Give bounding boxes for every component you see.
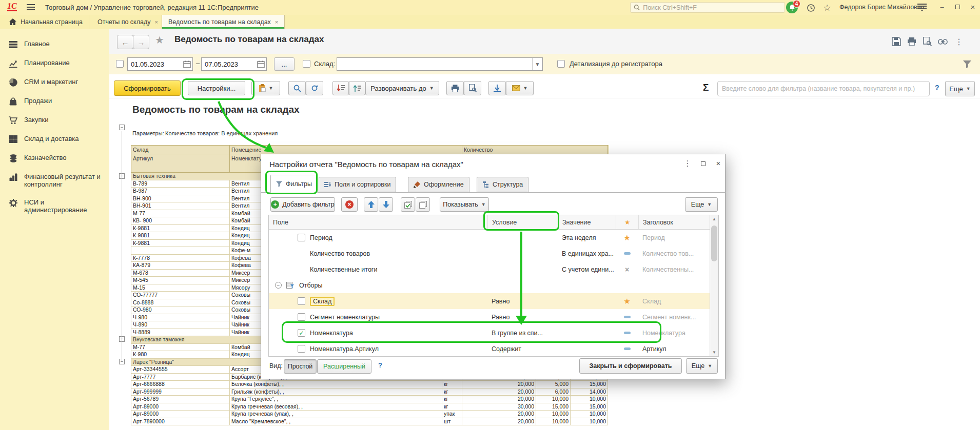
view-simple-button[interactable]: Простой <box>284 359 317 374</box>
row-checkbox[interactable]: ✓ <box>298 329 305 337</box>
notifications-button[interactable]: 4 <box>786 1 800 14</box>
history-icon[interactable] <box>806 3 816 13</box>
sidebar-item-glavnoe[interactable]: Главное <box>0 35 109 54</box>
report-item-row[interactable]: Арт-89000Крупа гречневая (весовая), ,кг3… <box>131 403 609 411</box>
detail-checkbox[interactable] <box>557 60 565 68</box>
filter-row[interactable]: ПериодЭта неделя★Период <box>269 230 718 245</box>
close-and-generate-button[interactable]: Закрыть и сформировать <box>579 358 682 374</box>
main-menu-icon[interactable] <box>27 4 35 10</box>
star-flag-icon[interactable]: ★ <box>623 297 630 306</box>
row-checkbox[interactable] <box>298 313 305 321</box>
export-button[interactable] <box>488 81 506 95</box>
restore-button[interactable] <box>952 3 963 12</box>
dialog-tab-appearance[interactable]: Оформление <box>408 177 469 192</box>
filter-row[interactable]: Количественные итогиС учетом едини...×Ко… <box>269 261 718 277</box>
date-from-input[interactable] <box>131 60 174 68</box>
collapse-report-icon[interactable]: − <box>119 125 125 130</box>
sidebar-item-planirovanie[interactable]: Планирование <box>0 54 109 73</box>
filter-row[interactable]: Сегмент номенклатурыРавноСегмент номенк.… <box>269 309 718 325</box>
expand-rows-button[interactable] <box>349 81 365 95</box>
chevron-down-icon[interactable]: ▼ <box>532 58 542 70</box>
filter-row[interactable]: Количество товаровВ единицах хра...Колич… <box>269 245 718 261</box>
service-menu-icon[interactable] <box>917 4 927 11</box>
favorites-star-icon[interactable]: ☆ <box>822 3 832 13</box>
generate-button[interactable]: Сформировать <box>114 80 181 96</box>
date-to-field[interactable] <box>201 57 267 71</box>
find-button[interactable] <box>288 81 306 95</box>
report-item-row[interactable]: Арт-6666888Белочка (конфеты), ,кг20,0005… <box>131 381 609 388</box>
dash-flag-icon[interactable] <box>624 332 631 334</box>
filter-row[interactable]: СкладРавно★Склад <box>269 293 718 309</box>
dialog-tab-structure[interactable]: Структура <box>477 177 528 192</box>
column-header-sklad[interactable]: Склад <box>131 145 230 154</box>
scroll-up-icon[interactable]: ▲ <box>710 217 718 221</box>
sidebar-item-kaznacheystvo[interactable]: Казначейство <box>0 149 109 168</box>
tab-vedomost-active[interactable]: Ведомость по товарам на складах × <box>162 15 285 29</box>
print-icon[interactable] <box>906 36 917 47</box>
tab-close-icon[interactable]: × <box>155 19 158 25</box>
global-search[interactable] <box>630 2 785 13</box>
sidebar-item-sklad[interactable]: Склад и доставка <box>0 130 109 149</box>
filter-funnel-icon[interactable] <box>962 58 973 70</box>
collapse-circle-icon[interactable]: − <box>275 282 282 289</box>
filter-row[interactable]: Номенклатура.АртикулСодержитАртикул <box>269 341 718 357</box>
dialog-kebab-icon[interactable]: ⋮ <box>682 158 693 169</box>
x-flag-icon[interactable]: × <box>625 265 629 274</box>
row-checkbox[interactable] <box>298 297 305 305</box>
check-all-button[interactable] <box>401 197 415 212</box>
dialog-maximize-button[interactable] <box>697 158 709 169</box>
preview-button[interactable] <box>464 81 481 95</box>
more-button[interactable]: Еще ▼ <box>945 81 975 96</box>
move-down-button[interactable] <box>379 197 393 212</box>
sidebar-item-crm[interactable]: CRM и маркетинг <box>0 73 109 92</box>
header-condition[interactable]: Условие <box>487 215 558 229</box>
print-button[interactable] <box>446 81 464 95</box>
tab-otchety-po-skladu[interactable]: Отчеты по складу × <box>91 15 165 29</box>
date-to-input[interactable] <box>205 60 248 68</box>
period-options-button[interactable]: ... <box>274 57 295 71</box>
nav-forward-button[interactable]: → <box>133 35 149 49</box>
column-header-pomeshenie[interactable]: Помещение <box>230 145 462 154</box>
dialog-tab-fields-sorting[interactable]: Поля и сортировки <box>319 177 396 192</box>
dialog-tab-filters[interactable]: Фильтры <box>270 175 318 193</box>
dialog-more-button[interactable]: Еще ▼ <box>686 358 718 374</box>
star-flag-icon[interactable]: ★ <box>623 233 630 242</box>
current-user[interactable]: Федоров Борис Михайлович <box>839 4 924 11</box>
tab-close-icon[interactable]: × <box>275 19 278 25</box>
report-item-row[interactable]: Арт-89000Крупа гречневая (упак), ,упак20… <box>131 411 609 418</box>
grid-scrollbar[interactable]: ▲ ▼ <box>710 215 718 356</box>
sklad-checkbox[interactable] <box>303 60 310 68</box>
period-checkbox[interactable] <box>116 60 124 68</box>
close-button[interactable]: × <box>968 3 978 12</box>
column-header-artikul[interactable]: Артикул <box>131 154 230 173</box>
move-up-button[interactable] <box>364 197 378 212</box>
uncheck-all-button[interactable] <box>416 197 430 212</box>
print-preview-icon[interactable] <box>922 36 933 47</box>
nav-back-button[interactable]: ← <box>117 35 133 49</box>
dialog-help-link[interactable]: ? <box>378 361 382 369</box>
report-item-row[interactable]: Арт-56789Крупа "Геркулес", ,кг20,00010,0… <box>131 396 609 403</box>
header-field[interactable]: Поле <box>269 215 487 229</box>
dialog-close-button[interactable]: × <box>713 158 724 169</box>
expand-to-button[interactable]: Разворачивать до ▼ <box>365 81 439 95</box>
more-kebab-icon[interactable]: ⋮ <box>953 36 965 47</box>
filter-row[interactable]: −Отборы <box>269 277 718 293</box>
filter-row[interactable]: ✓НоменклатураВ группе из спи...Номенклат… <box>269 325 718 341</box>
collapse-rows-button[interactable] <box>332 81 349 95</box>
dialog-toolbar-more-button[interactable]: Еще ▼ <box>685 197 718 212</box>
delete-filter-button[interactable]: × <box>341 197 358 212</box>
sidebar-item-prodazhi[interactable]: Продажи <box>0 92 109 111</box>
send-mail-button[interactable]: ▼ <box>506 81 534 95</box>
show-dropdown-button[interactable]: Показывать ▼ <box>440 197 489 212</box>
row-checkbox[interactable] <box>298 345 305 353</box>
get-link-icon[interactable] <box>937 36 948 47</box>
scroll-thumb[interactable] <box>711 226 717 261</box>
report-item-row[interactable]: Арт-7890000Масло "Кремлевское", ,шт20,00… <box>131 418 609 426</box>
minimize-button[interactable]: – <box>937 3 947 12</box>
dash-flag-icon[interactable] <box>624 316 631 318</box>
report-variants-button[interactable]: ▼ <box>251 81 280 95</box>
header-star-icon[interactable]: ★ <box>616 215 638 229</box>
autosum-icon[interactable]: Σ <box>703 82 709 93</box>
settings-button[interactable]: Настройки... <box>188 81 245 95</box>
save-icon[interactable] <box>891 36 902 47</box>
